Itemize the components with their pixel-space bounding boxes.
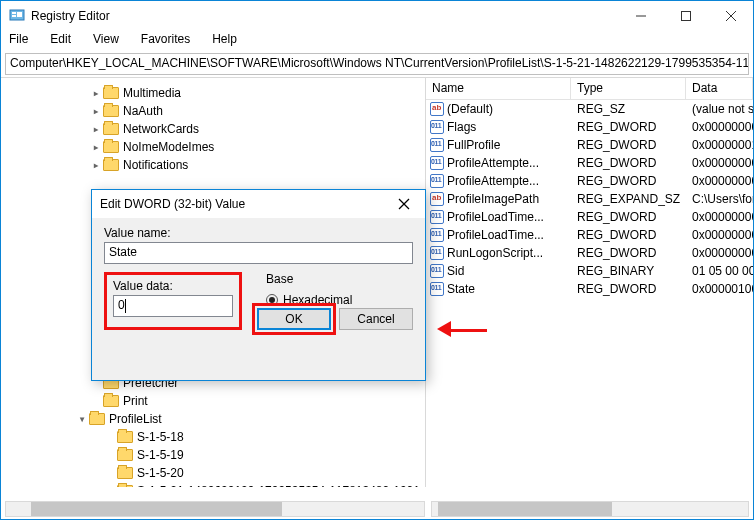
base-label: Base: [266, 272, 352, 286]
tree-node[interactable]: ▸Notifications: [1, 156, 425, 174]
maximize-button[interactable]: [663, 1, 708, 31]
tree-node[interactable]: Print: [1, 392, 425, 410]
menu-view[interactable]: View: [89, 31, 123, 51]
close-button[interactable]: [708, 1, 753, 31]
value-type: REG_DWORD: [571, 228, 686, 242]
tree-node[interactable]: S-1-5-20: [1, 464, 425, 482]
tree-node[interactable]: ▾ProfileList: [1, 410, 425, 428]
ok-button[interactable]: OK: [257, 308, 331, 330]
radio-hexadecimal-label: Hexadecimal: [283, 293, 352, 307]
svg-rect-5: [681, 12, 690, 21]
value-type: REG_DWORD: [571, 246, 686, 260]
list-row[interactable]: StateREG_DWORD0x00000100 (25: [426, 280, 753, 298]
list-row[interactable]: ProfileImagePathREG_EXPAND_SZC:\Users\fo…: [426, 190, 753, 208]
value-name: FullProfile: [447, 138, 500, 152]
value-name: State: [447, 282, 475, 296]
column-header-data[interactable]: Data: [686, 78, 753, 99]
reg-binary-icon: [430, 120, 444, 134]
tree-node[interactable]: S-1-5-19: [1, 446, 425, 464]
window-title: Registry Editor: [31, 9, 618, 23]
tree-node[interactable]: S-1-5-18: [1, 428, 425, 446]
list-pane[interactable]: Name Type Data (Default)REG_SZ(value not…: [426, 78, 753, 487]
tree-node-label: Notifications: [123, 158, 188, 172]
value-type: REG_DWORD: [571, 120, 686, 134]
folder-icon: [103, 87, 119, 99]
horizontal-scrollbar-right[interactable]: [431, 501, 749, 517]
addressbar[interactable]: Computer\HKEY_LOCAL_MACHINE\SOFTWARE\Mic…: [5, 53, 749, 75]
svg-rect-1: [12, 12, 16, 14]
reg-binary-icon: [430, 246, 444, 260]
reg-binary-icon: [430, 174, 444, 188]
value-type: REG_DWORD: [571, 156, 686, 170]
cancel-button[interactable]: Cancel: [339, 308, 413, 330]
menubar: File Edit View Favorites Help: [1, 31, 753, 51]
value-name-input[interactable]: State: [104, 242, 413, 264]
value-data: 0x00000001 (1): [686, 138, 753, 152]
svg-line-6: [726, 11, 736, 21]
folder-icon: [103, 395, 119, 407]
value-data: 0x00000000 (0): [686, 210, 753, 224]
value-type: REG_DWORD: [571, 138, 686, 152]
tree-node-label: S-1-5-19: [137, 448, 184, 462]
dialog-titlebar: Edit DWORD (32-bit) Value: [92, 190, 425, 218]
tree-node-label: S-1-5-18: [137, 430, 184, 444]
titlebar: Registry Editor: [1, 1, 753, 31]
list-row[interactable]: (Default)REG_SZ(value not set): [426, 100, 753, 118]
svg-line-7: [726, 11, 736, 21]
app-icon: [9, 7, 25, 26]
radio-hexadecimal-icon: [266, 294, 278, 306]
minimize-button[interactable]: [618, 1, 663, 31]
folder-icon: [103, 159, 119, 171]
list-row[interactable]: FullProfileREG_DWORD0x00000001 (1): [426, 136, 753, 154]
menu-help[interactable]: Help: [208, 31, 241, 51]
list-row[interactable]: ProfileAttempte...REG_DWORD0x00000000 (0…: [426, 172, 753, 190]
list-row[interactable]: ProfileLoadTime...REG_DWORD0x00000000 (0…: [426, 208, 753, 226]
tree-node[interactable]: ▸NaAuth: [1, 102, 425, 120]
list-row[interactable]: ProfileLoadTime...REG_DWORD0x00000000 (0…: [426, 226, 753, 244]
edit-dword-dialog: Edit DWORD (32-bit) Value Value name: St…: [91, 189, 426, 381]
column-header-type[interactable]: Type: [571, 78, 686, 99]
tree-node-label: NaAuth: [123, 104, 163, 118]
folder-icon: [103, 123, 119, 135]
svg-rect-3: [17, 12, 22, 17]
folder-icon: [117, 485, 133, 487]
value-type: REG_DWORD: [571, 174, 686, 188]
list-header[interactable]: Name Type Data: [426, 78, 753, 100]
value-name: ProfileAttempte...: [447, 174, 539, 188]
tree-node[interactable]: ▸Multimedia: [1, 84, 425, 102]
value-data: 0x00000000 (0): [686, 246, 753, 260]
tree-node[interactable]: S-1-5-21-1482622129-1799535354-117813482…: [1, 482, 425, 487]
value-data: 0x00000000 (0): [686, 156, 753, 170]
value-name: ProfileLoadTime...: [447, 210, 544, 224]
tree-node[interactable]: ▸NetworkCards: [1, 120, 425, 138]
menu-edit[interactable]: Edit: [46, 31, 75, 51]
list-row[interactable]: RunLogonScript...REG_DWORD0x00000000 (0): [426, 244, 753, 262]
value-data: 0x00000100 (25: [686, 282, 753, 296]
tree-node[interactable]: ▸NoImeModeImes: [1, 138, 425, 156]
list-row[interactable]: ProfileAttempte...REG_DWORD0x00000000 (0…: [426, 154, 753, 172]
value-name: Sid: [447, 264, 464, 278]
menu-file[interactable]: File: [5, 31, 32, 51]
value-name: ProfileImagePath: [447, 192, 539, 206]
tree-node-label: Print: [123, 394, 148, 408]
tree-node-label: Multimedia: [123, 86, 181, 100]
column-header-name[interactable]: Name: [426, 78, 571, 99]
value-name: RunLogonScript...: [447, 246, 543, 260]
value-type: REG_EXPAND_SZ: [571, 192, 686, 206]
radio-hexadecimal[interactable]: Hexadecimal: [266, 290, 352, 310]
value-name-label: Value name:: [104, 226, 413, 240]
horizontal-scrollbar-left[interactable]: [5, 501, 425, 517]
menu-favorites[interactable]: Favorites: [137, 31, 194, 51]
tree-node-label: NoImeModeImes: [123, 140, 214, 154]
value-data-input[interactable]: 0: [113, 295, 233, 317]
value-data: 01 05 00 00 00: [686, 264, 753, 278]
reg-binary-icon: [430, 210, 444, 224]
dialog-close-button[interactable]: [389, 190, 419, 218]
tree-node-label: S-1-5-21-1482622129-1799535354-117813482…: [137, 484, 420, 487]
value-data: 0x00000000 (0): [686, 228, 753, 242]
folder-icon: [103, 105, 119, 117]
value-type: REG_BINARY: [571, 264, 686, 278]
value-name: ProfileLoadTime...: [447, 228, 544, 242]
list-row[interactable]: FlagsREG_DWORD0x00000000 (0): [426, 118, 753, 136]
list-row[interactable]: SidREG_BINARY01 05 00 00 00: [426, 262, 753, 280]
